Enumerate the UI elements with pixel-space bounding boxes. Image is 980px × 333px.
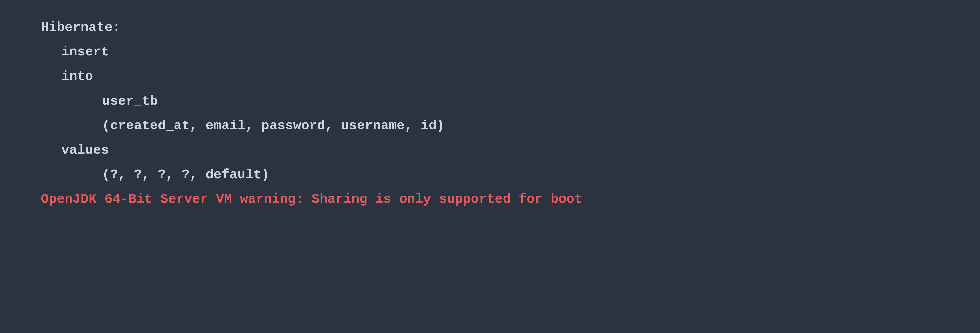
code-values: values	[61, 138, 109, 163]
code-hibernate: Hibernate:	[41, 15, 121, 40]
line-user-tb: user_tb	[41, 89, 980, 114]
line-values: values	[41, 138, 980, 163]
line-into: into	[41, 64, 980, 89]
line-columns: (created_at, email, password, username, …	[41, 114, 980, 138]
code-output: Hibernate: insert into user_tb (created_…	[0, 0, 980, 333]
line-params: (?, ?, ?, ?, default)	[41, 163, 980, 187]
code-warning: OpenJDK 64-Bit Server VM warning: Sharin…	[41, 187, 582, 212]
code-into: into	[61, 64, 93, 89]
line-hibernate: Hibernate:	[41, 15, 980, 40]
code-columns: (created_at, email, password, username, …	[102, 114, 445, 138]
line-warning: OpenJDK 64-Bit Server VM warning: Sharin…	[41, 187, 980, 212]
code-params: (?, ?, ?, ?, default)	[102, 163, 269, 187]
code-user-tb: user_tb	[102, 89, 158, 114]
code-insert: insert	[61, 40, 109, 64]
line-insert: insert	[41, 40, 980, 64]
